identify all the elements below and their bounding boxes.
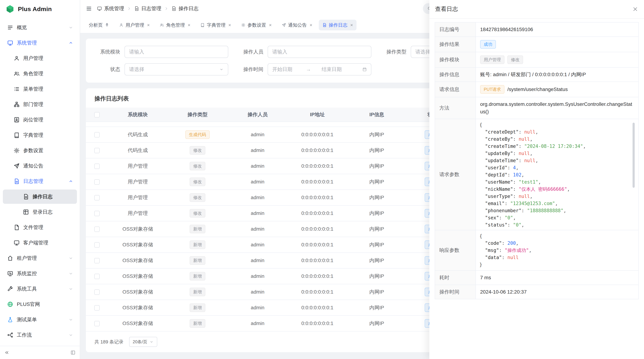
close-icon[interactable] xyxy=(632,6,638,12)
tab-param-settings[interactable]: 参数设置 × xyxy=(238,20,275,30)
tab-operation-log[interactable]: 操作日志 × xyxy=(319,20,356,30)
sidebar-item-login-log[interactable]: 登录日志 xyxy=(3,205,77,219)
row-checkbox[interactable] xyxy=(86,147,108,153)
request-params-json[interactable]: { "createDept": null, "createBy": null, … xyxy=(480,120,635,229)
close-tab-icon[interactable]: × xyxy=(269,23,272,27)
sidebar-item-client-mgmt[interactable]: 客户端管理 xyxy=(3,236,77,250)
row-checkbox[interactable] xyxy=(86,226,108,232)
row-checkbox[interactable] xyxy=(86,273,108,279)
close-tab-icon[interactable]: × xyxy=(188,23,190,27)
sidebar-item-tenant-mgmt[interactable]: 租户管理 xyxy=(3,251,77,265)
module-input[interactable] xyxy=(124,46,228,58)
sidebar-item-dept-mgmt[interactable]: 部门管理 xyxy=(3,97,77,112)
cell-ip: 0:0:0:0:0:0:0:1 xyxy=(288,273,347,279)
select-all-checkbox[interactable] xyxy=(86,112,108,118)
sidebar-item-file-mgmt[interactable]: 文件管理 xyxy=(3,220,77,235)
tab-label: 分析页 xyxy=(89,22,103,28)
close-tab-icon[interactable]: × xyxy=(228,23,231,27)
tab-notice[interactable]: 通知公告 × xyxy=(278,20,316,30)
sidebar-item-system-mgmt[interactable]: 系统管理 xyxy=(3,36,77,50)
status-select[interactable]: 请选择 xyxy=(124,63,228,75)
row-checkbox[interactable] xyxy=(86,289,108,295)
date-range-picker[interactable]: 开始日期 → 结束日期 xyxy=(268,63,371,75)
sidebar-item-log-mgmt[interactable]: 日志管理 xyxy=(3,174,77,188)
sidebar-item-overview[interactable]: 概览 xyxy=(3,20,77,35)
sidebar-item-label: 字典管理 xyxy=(23,132,43,139)
cell-ip: 0:0:0:0:0:0:0:1 xyxy=(288,305,347,311)
page-size-select[interactable]: 20条/页 xyxy=(129,337,157,347)
list-icon xyxy=(14,86,20,92)
chevron-down-icon xyxy=(149,340,154,344)
cell-ip: 0:0:0:0:0:0:0:1 xyxy=(288,226,347,232)
document-icon xyxy=(23,194,29,200)
tab-user-mgmt[interactable]: 用户管理 × xyxy=(116,20,153,30)
cell-module: 代码生成 xyxy=(108,131,168,138)
cell-ip: 0:0:0:0:0:0:0:1 xyxy=(288,163,347,169)
sidebar-item-system-tools[interactable]: 系统工具 xyxy=(3,282,77,296)
scrollbar-thumb[interactable] xyxy=(632,123,635,188)
tab-analysis[interactable]: 分析页 xyxy=(85,20,113,30)
sidebar-item-workflow[interactable]: 工作流 xyxy=(3,328,77,342)
sidebar-item-param-settings[interactable]: 参数设置 xyxy=(3,143,77,158)
tab-label: 角色管理 xyxy=(166,22,185,28)
sidebar-item-notice[interactable]: 通知公告 xyxy=(3,159,77,173)
sidebar-item-dict-mgmt[interactable]: 字典管理 xyxy=(3,128,77,142)
sidebar: Plus Admin 概览 系统管理 用户管理 角色管理 xyxy=(0,0,80,359)
operator-input[interactable] xyxy=(268,46,371,58)
pin-icon[interactable] xyxy=(105,23,109,27)
sidebar-item-operation-log[interactable]: 操作日志 xyxy=(3,190,77,204)
filter-label-module: 系统模块 xyxy=(94,48,120,55)
row-checkbox[interactable] xyxy=(86,305,108,311)
cell-ip-info: 内网IP xyxy=(347,273,406,280)
module-tag: 用户管理 xyxy=(480,55,504,64)
breadcrumb-item[interactable]: 系统管理 xyxy=(97,5,124,12)
breadcrumb-item[interactable]: 操作日志 xyxy=(172,5,198,12)
row-checkbox[interactable] xyxy=(86,163,108,169)
row-checkbox[interactable] xyxy=(86,242,108,248)
row-checkbox[interactable] xyxy=(86,258,108,264)
detail-label: 操作模块 xyxy=(435,52,476,67)
op-time-value: 2024-10-06 12:20:37 xyxy=(476,285,638,299)
row-checkbox[interactable] xyxy=(86,210,108,216)
column-header-module: 系统模块 xyxy=(108,111,168,118)
tab-dict-mgmt[interactable]: 字典管理 × xyxy=(197,20,234,30)
response-params-json[interactable]: { "code": 200, "msg": "操作成功", "data": nu… xyxy=(480,232,635,268)
detail-label: 耗时 xyxy=(435,271,476,285)
layout-toggle-icon[interactable] xyxy=(70,350,76,355)
sidebar-item-label: 概览 xyxy=(17,24,27,31)
row-checkbox[interactable] xyxy=(86,179,108,185)
brand-cube-icon xyxy=(6,5,14,13)
detail-label: 响应参数 xyxy=(435,230,476,271)
close-tab-icon[interactable]: × xyxy=(147,23,150,27)
breadcrumb-item[interactable]: 日志管理 xyxy=(134,5,161,12)
row-checkbox[interactable] xyxy=(86,321,108,327)
user-icon xyxy=(119,23,124,27)
flask-icon xyxy=(7,317,13,323)
sidebar-item-user-mgmt[interactable]: 用户管理 xyxy=(3,51,77,65)
hamburger-menu-icon[interactable] xyxy=(86,5,92,12)
collapse-sidebar-icon[interactable] xyxy=(4,350,9,355)
detail-label: 操作时间 xyxy=(435,285,476,299)
sidebar-item-menu-mgmt[interactable]: 菜单管理 xyxy=(3,82,77,96)
brand-logo[interactable]: Plus Admin xyxy=(0,0,80,18)
close-tab-icon[interactable]: × xyxy=(310,23,312,27)
cell-ip-info: 内网IP xyxy=(347,257,406,264)
drawer-body: 日志编号 1842781986426159106 操作结果 成功 操作模块 用户… xyxy=(429,18,644,359)
sidebar-item-post-mgmt[interactable]: 岗位管理 xyxy=(3,113,77,127)
filter-label-status: 状态 xyxy=(94,66,120,73)
cost-value: 7 ms xyxy=(476,271,638,285)
sidebar-item-system-monitor[interactable]: 系统监控 xyxy=(3,266,77,281)
sidebar-item-role-mgmt[interactable]: 角色管理 xyxy=(3,66,77,81)
monitor-icon xyxy=(7,40,13,46)
sidebar-item-plus-website[interactable]: PLUS官网 xyxy=(3,297,77,312)
sidebar-item-label: 部门管理 xyxy=(23,101,43,108)
request-url: /system/user/changeStatus xyxy=(507,86,568,93)
row-checkbox[interactable] xyxy=(86,195,108,201)
tab-role-mgmt[interactable]: 角色管理 × xyxy=(156,20,194,30)
dashboard-icon xyxy=(7,24,13,30)
cell-operator: admin xyxy=(228,226,288,232)
sidebar-item-test-menu[interactable]: 测试菜单 xyxy=(3,313,77,327)
row-checkbox[interactable] xyxy=(86,132,108,138)
close-tab-icon[interactable]: × xyxy=(350,23,353,27)
chevron-down-icon xyxy=(68,286,73,291)
